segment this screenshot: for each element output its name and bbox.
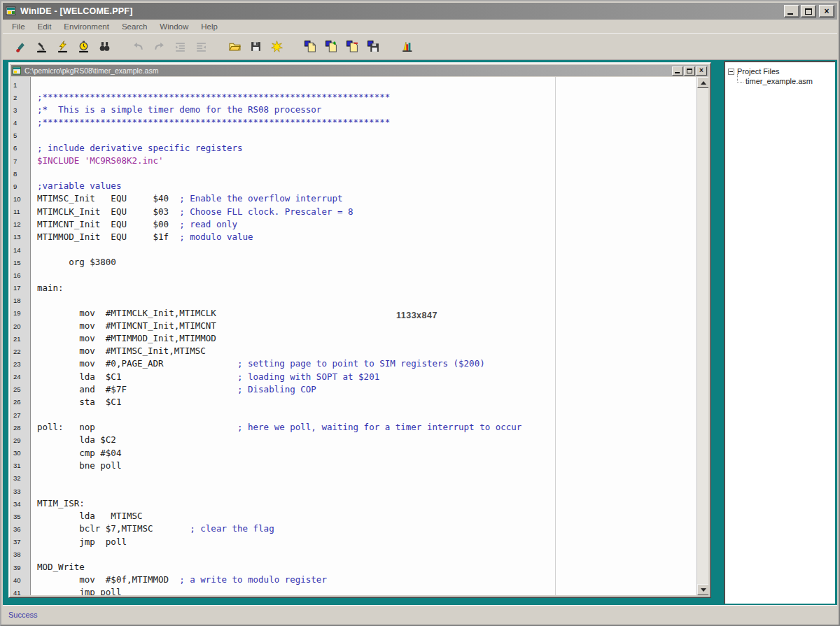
line-number: 25 <box>11 385 31 393</box>
menu-edit[interactable]: Edit <box>31 21 58 32</box>
code-line: 38 <box>11 548 696 561</box>
find-button[interactable] <box>94 37 115 56</box>
burst-icon <box>271 41 283 52</box>
doc-close-button[interactable]: × <box>696 66 707 76</box>
close-button[interactable]: × <box>819 5 834 17</box>
code-line: 26 sta $C1 <box>11 396 696 408</box>
code-line: 16 <box>11 269 696 281</box>
menu-bar: FileEditEnvironmentSearchWindowHelp <box>3 20 837 33</box>
line-number: 33 <box>11 488 31 495</box>
vertical-scrollbar[interactable] <box>696 77 708 595</box>
line-number: 13 <box>11 233 31 241</box>
code-line: 20 mov #MTIMCNT_Init,MTIMCNT <box>11 320 696 332</box>
mdi-workspace: C:\pemicro\pkgRS08\timer_example.asm × 1… <box>3 60 837 605</box>
open-project-button[interactable] <box>300 37 321 56</box>
menu-search[interactable]: Search <box>115 21 153 32</box>
code-line: 11MTIMCLK_Init EQU $03 ; Choose FLL cloc… <box>11 206 696 218</box>
code-line: 35 lda MTIMSC <box>11 510 696 522</box>
code-line: 3;* This is a simple timer demo for the … <box>11 104 696 116</box>
floppy-icon <box>250 41 262 52</box>
scroll-up-button[interactable] <box>697 77 708 88</box>
resolution-overlay: 1133x847 <box>396 311 438 320</box>
line-number: 36 <box>11 525 31 533</box>
statistics-button[interactable] <box>396 37 417 56</box>
save-file-button[interactable] <box>245 37 266 56</box>
compile-button[interactable] <box>266 37 287 56</box>
code-line: 41 jmp poll <box>11 586 696 595</box>
menu-help[interactable]: Help <box>195 21 224 32</box>
project-tree-root[interactable]: Project Files <box>728 67 832 76</box>
line-number: 41 <box>11 589 31 595</box>
code-line: 23 mov #0,PAGE_ADR ; setting page to poi… <box>11 357 696 370</box>
menu-environment[interactable]: Environment <box>57 21 115 32</box>
indent-icon <box>174 41 186 52</box>
hammer-icon <box>15 41 27 52</box>
maximize-button[interactable] <box>801 5 816 17</box>
undo-button <box>127 37 148 56</box>
doc-minimize-button[interactable] <box>672 66 683 76</box>
doc-close-icon: × <box>699 67 704 74</box>
line-number: 2 <box>11 94 31 101</box>
code-line: 18 <box>11 294 696 307</box>
lightning-icon <box>57 41 69 52</box>
code-line: 2;**************************************… <box>11 91 696 104</box>
simulator-button[interactable] <box>73 37 94 56</box>
programmer-button[interactable] <box>52 37 73 56</box>
line-number: 9 <box>11 183 31 190</box>
document-title-bar[interactable]: C:\pemicro\pkgRS08\timer_example.asm × <box>11 65 708 76</box>
code-line: 22 mov #MTIMSC_Init,MTIMSC <box>11 345 696 357</box>
line-number: 26 <box>11 398 31 406</box>
project-save-icon <box>368 41 379 52</box>
line-number: 12 <box>11 220 31 228</box>
save-project-button[interactable] <box>363 37 384 56</box>
code-line: 6; include derivative specific registers <box>11 142 696 155</box>
code-line: 7$INCLUDE 'MC9RS08K2.inc' <box>11 155 696 167</box>
code-line: 12MTIMCNT_Init EQU $00 ; read only <box>11 218 696 231</box>
line-number: 15 <box>11 259 31 266</box>
winide-application-window: WinIDE - [WELCOME.PPF] × FileEditEnviron… <box>0 0 840 626</box>
line-number: 10 <box>11 195 31 203</box>
app-icon <box>6 6 17 17</box>
line-number: 21 <box>11 335 31 343</box>
line-number: 22 <box>11 348 31 355</box>
line-number: 30 <box>11 449 31 457</box>
code-line: 13MTIMMOD_Init EQU $1f ; modulo value <box>11 231 696 243</box>
code-line: 5 <box>11 129 696 142</box>
code-editor[interactable]: 12;*************************************… <box>11 77 708 595</box>
line-number: 7 <box>11 157 31 165</box>
code-line: 33 <box>11 485 696 497</box>
menu-file[interactable]: File <box>6 21 31 32</box>
code-line: 21 mov #MTIMMOD_Init,MTIMMOD <box>11 332 696 345</box>
scroll-down-button[interactable] <box>697 584 708 595</box>
close-icon: × <box>824 7 829 15</box>
doc-maximize-button[interactable] <box>684 66 695 76</box>
menu-window[interactable]: Window <box>153 21 195 32</box>
line-number: 31 <box>11 462 31 469</box>
project-file-item[interactable]: timer_example.asm <box>737 76 832 86</box>
line-number: 37 <box>11 538 31 546</box>
code-line: 14 <box>11 243 696 256</box>
redo-icon <box>153 41 165 52</box>
open-file-button[interactable] <box>224 37 245 56</box>
line-number: 18 <box>11 297 31 304</box>
arrow-up-icon <box>701 81 706 85</box>
line-number: 35 <box>11 513 31 520</box>
assemble-button[interactable] <box>10 37 31 56</box>
debugger-button[interactable] <box>31 37 52 56</box>
document-icon <box>13 66 22 75</box>
code-line: 32 <box>11 472 696 485</box>
line-number: 16 <box>11 271 31 279</box>
remove-project-file-button[interactable] <box>342 37 363 56</box>
status-bar: Success <box>3 605 837 623</box>
code-line: 17main: <box>11 282 696 294</box>
microscope-icon <box>36 41 48 52</box>
project-root-label: Project Files <box>737 67 780 76</box>
line-number: 8 <box>11 170 31 178</box>
collapse-icon[interactable] <box>728 69 734 75</box>
code-line: 8 <box>11 167 696 180</box>
line-number: 32 <box>11 474 31 482</box>
add-project-file-button[interactable] <box>321 37 342 56</box>
line-number: 39 <box>11 564 31 571</box>
line-number: 4 <box>11 119 31 127</box>
minimize-button[interactable] <box>784 5 799 17</box>
